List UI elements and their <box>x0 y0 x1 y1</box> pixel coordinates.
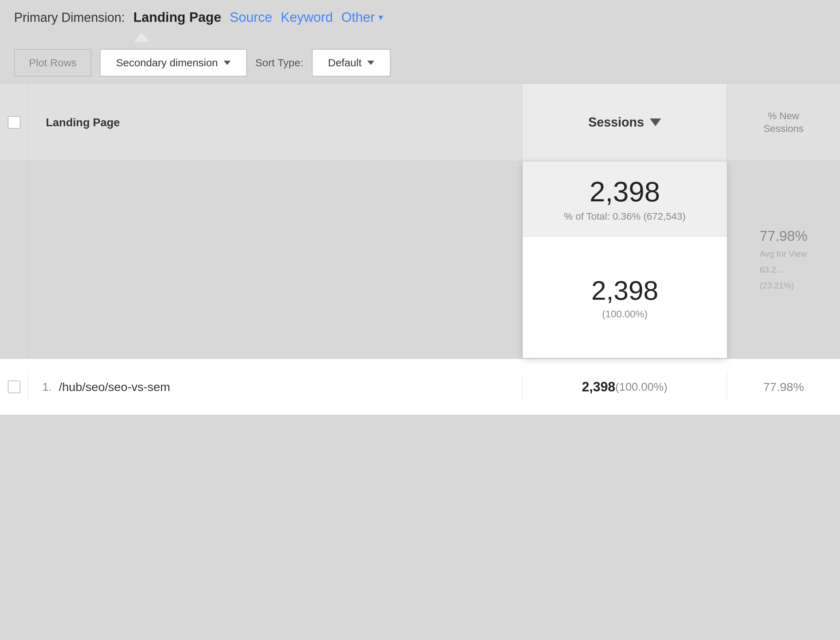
row1-sessions-pct: (100.00%) <box>615 381 667 394</box>
primary-dimension-value: Landing Page <box>133 10 221 25</box>
summary-new-sessions-col: 77.98%Avg for View63.2...(23.21%) <box>727 161 840 358</box>
popup-row-percent: (100.00%) <box>602 309 648 320</box>
summary-row: 2,398 % of Total: 0.36% (672,543) 2,398 … <box>0 161 840 358</box>
header-check-col <box>0 84 28 161</box>
avg-new-sessions-pct: 77.98%Avg for View63.2...(23.21%) <box>760 228 808 291</box>
sort-default-button[interactable]: Default <box>312 49 391 77</box>
source-link[interactable]: Source <box>230 10 272 25</box>
row1-number: 1. <box>42 381 52 394</box>
sessions-popup: 2,398 % of Total: 0.36% (672,543) 2,398 … <box>523 161 727 358</box>
row1-check-col <box>0 373 28 400</box>
summary-check-col <box>0 161 28 358</box>
toolbar: Plot Rows Secondary dimension Sort Type:… <box>0 42 840 83</box>
primary-dimension-bar: Primary Dimension: Landing Page Source K… <box>0 0 840 32</box>
triangle-pointer <box>134 32 149 42</box>
pointer-row <box>0 32 840 42</box>
secondary-dim-chevron-icon <box>224 61 231 65</box>
primary-dimension-label: Primary Dimension: <box>14 10 125 25</box>
popup-total-number: 2,398 <box>534 176 716 208</box>
row1-new-sessions-col: 77.98% <box>727 380 840 394</box>
new-sessions-header-label: % NewSessions <box>763 110 804 135</box>
row1-sessions-col: 2,398 (100.00%) <box>523 372 727 402</box>
table-row: 1. /hub/seo/seo-vs-sem 2,398 (100.00%) 7… <box>0 358 840 415</box>
default-chevron-icon <box>367 61 374 65</box>
popup-row-number: 2,398 <box>591 275 658 306</box>
landing-page-col-header: Landing Page <box>28 84 523 161</box>
select-all-checkbox[interactable] <box>8 116 21 129</box>
sort-type-label: Sort Type: <box>255 57 303 69</box>
secondary-dimension-button[interactable]: Secondary dimension <box>100 49 247 77</box>
sessions-sort-icon <box>650 118 661 126</box>
row1-sessions-value: 2,398 <box>582 379 615 395</box>
row1-new-sessions-value: 77.98% <box>763 380 804 394</box>
row1-page-link[interactable]: /hub/seo/seo-vs-sem <box>59 380 170 394</box>
sessions-col-header[interactable]: Sessions <box>523 84 727 161</box>
other-dropdown-icon: ▼ <box>377 13 385 22</box>
row1-checkbox[interactable] <box>8 381 21 393</box>
summary-page-col <box>28 161 523 358</box>
popup-total-section: 2,398 % of Total: 0.36% (672,543) <box>523 162 727 237</box>
sessions-header-label: Sessions <box>588 115 644 130</box>
row1-page-col: 1. /hub/seo/seo-vs-sem <box>28 373 523 401</box>
table-container: Landing Page Sessions % NewSessions 2,39… <box>0 83 840 635</box>
keyword-link[interactable]: Keyword <box>281 10 333 25</box>
new-sessions-col-header: % NewSessions <box>727 84 840 161</box>
table-header: Landing Page Sessions % NewSessions <box>0 83 840 161</box>
plot-rows-button[interactable]: Plot Rows <box>14 49 91 77</box>
other-link[interactable]: Other ▼ <box>341 10 385 25</box>
popup-total-percent: % of Total: 0.36% (672,543) <box>534 211 716 222</box>
popup-data-section: 2,398 (100.00%) <box>523 237 727 358</box>
